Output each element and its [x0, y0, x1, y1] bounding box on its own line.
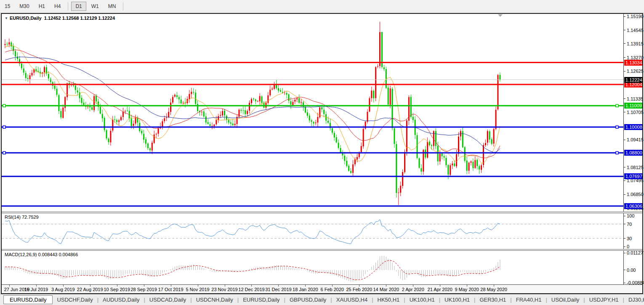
rsi-scale[interactable]: 10070300	[623, 213, 642, 249]
price-tick-label: 1.06850	[627, 192, 644, 197]
price-level-badge-1.07697: 1.07697	[624, 173, 642, 179]
hline-handle[interactable]	[3, 104, 5, 107]
price-scale[interactable]: 1.151901.145451.139151.132701.126251.113…	[623, 14, 642, 212]
date-label: 21 Apr 2020	[428, 287, 452, 292]
date-tick	[359, 285, 359, 286]
chart-tab-USDCNH-Daily-4[interactable]: USDCNH,Daily	[192, 296, 237, 304]
scale-tick	[624, 30, 625, 30]
date-tick	[9, 285, 10, 286]
scale-tick	[624, 238, 625, 239]
date-tick	[171, 285, 171, 286]
hline-handle[interactable]	[3, 126, 5, 128]
date-label: 2 Apr 2020	[402, 287, 424, 292]
period-button-W1[interactable]: W1	[87, 2, 103, 11]
chart-symbol-label: EURUSD,Daily	[10, 16, 42, 21]
hline-handle[interactable]	[616, 126, 618, 128]
scale-tick	[624, 253, 625, 253]
price-tick-label: 1.10705	[627, 110, 644, 115]
periods-toolbar: 15M30H1H4D1W1MN	[0, 0, 644, 13]
date-tick	[467, 285, 467, 286]
chart-title: ▼EURUSD,Daily 1.12452 1.12568 1.12129 1.…	[5, 16, 115, 21]
date-tick	[36, 285, 37, 286]
date-label: 9 May 2020	[455, 287, 479, 292]
period-button-D1[interactable]: D1	[71, 2, 86, 11]
rsi-pane[interactable]	[2, 213, 623, 249]
rsi-value: 72.7529	[22, 215, 39, 220]
scale-tick	[624, 71, 625, 72]
price-tick-label: 1.14545	[627, 28, 644, 33]
price-tick-label: 1.11335	[627, 97, 643, 101]
scale-tick	[624, 270, 625, 270]
scale-tick	[624, 224, 625, 224]
date-tick	[251, 285, 252, 286]
date-tick	[198, 285, 198, 286]
hline-handle[interactable]	[616, 104, 618, 107]
chart-tab-UK100-H1-10[interactable]: UK100,H1	[440, 296, 474, 304]
date-tick	[332, 285, 333, 286]
date-label: 5 Nov 2019	[186, 287, 209, 292]
chart-tab-USDJPY-H1-14[interactable]: USDJPY,H1	[585, 296, 623, 304]
chart-tab-HK50-H1-8[interactable]: HK50,H1	[373, 296, 404, 304]
chart-tab-USDCHF-Daily-1[interactable]: USDCHF,Daily	[53, 296, 97, 304]
date-label: 22 Aug 2019	[77, 287, 103, 292]
period-button-MN[interactable]: MN	[104, 2, 120, 11]
chart-tab-USOil-Daily-13[interactable]: USOil,Daily	[547, 296, 583, 304]
scale-tick	[624, 140, 625, 140]
macd-signal-line	[5, 260, 500, 280]
date-label: 14 Mar 2020	[373, 287, 399, 292]
period-button-H4[interactable]: H4	[50, 2, 65, 11]
date-axis[interactable]: 27 Jun 201916 Jul 20193 Aug 201922 Aug 2…	[2, 284, 642, 293]
scale-tick	[624, 98, 625, 99]
candles-layer	[5, 21, 501, 205]
chart-shift-marker-icon[interactable]	[498, 14, 503, 17]
price-level-badge-1.13034: 1.13034	[624, 60, 642, 66]
date-tick	[90, 285, 90, 286]
price-level-badge-1.10008: 1.10008	[624, 124, 642, 130]
period-button-15[interactable]: 15	[0, 2, 14, 11]
scale-tick	[624, 16, 625, 17]
chart-tab-XAUUSD-H4-7[interactable]: XAUUSD,H4	[332, 296, 372, 304]
chart-window[interactable]: ▼EURUSD,Daily 1.12452 1.12568 1.12129 1.…	[1, 13, 643, 294]
period-button-M30[interactable]: M30	[15, 2, 33, 11]
current-price-badge: 1.12224	[624, 77, 642, 83]
chart-tab-EURUSD-Daily-5[interactable]: EURUSD,Daily	[239, 296, 284, 304]
period-button-H1[interactable]: H1	[35, 2, 49, 11]
chart-dropdown-icon: ▼	[5, 16, 8, 20]
macd-indicator-label: MACD(12,26,9) 0.008443 0.004866	[5, 252, 78, 257]
chart-tab-FRA40-H1-12[interactable]: FRA40,H1	[512, 296, 546, 304]
macd-pane[interactable]	[2, 251, 623, 284]
price-level-badge-1.08800: 1.08800	[624, 150, 642, 156]
chart-tab-GER30-H1-11[interactable]: GER30,H1	[475, 296, 510, 304]
chart-tab-UK100-H1-9[interactable]: UK100,H1	[405, 296, 439, 304]
macd-scale[interactable]: 0.0112770.00-0.008845	[623, 251, 642, 284]
macd-tick-label: 0.011277	[627, 251, 644, 255]
chart-tab-DJ30-H1-15[interactable]: DJ30,H1	[624, 296, 644, 304]
scale-tick	[624, 216, 625, 216]
date-label: 28 May 2020	[480, 287, 507, 292]
chart-tab-USDCAD-Daily-3[interactable]: USDCAD,Daily	[145, 296, 190, 304]
price-tick-label: 1.15190	[627, 14, 644, 19]
date-tick	[440, 285, 440, 286]
scale-tick	[624, 247, 625, 247]
date-tick	[225, 285, 225, 286]
scale-tick	[624, 180, 625, 181]
macd-name: MACD(12,26,9)	[5, 252, 37, 257]
date-label: 18 Jan 2020	[293, 287, 318, 292]
date-label: 16 Jul 2019	[24, 287, 48, 292]
price-chart-pane[interactable]	[2, 14, 623, 212]
date-label: 23 Nov 2019	[211, 287, 237, 292]
chart-tab-EURUSD-Daily-0[interactable]: EURUSD,Daily	[3, 295, 53, 304]
hline-handle[interactable]	[616, 151, 618, 154]
date-label: 6 Feb 2020	[321, 287, 344, 292]
price-tick-label: 1.12625	[627, 69, 644, 74]
date-tick	[413, 285, 413, 286]
hline-handle[interactable]	[3, 151, 5, 154]
chart-tab-AUDUSD-Daily-2[interactable]: AUDUSD,Daily	[98, 296, 144, 304]
price-level-badge-1.11009: 1.11009	[624, 103, 642, 109]
price-tick-label: 1.13915	[627, 42, 644, 46]
chart-tab-GBPUSD-Daily-6[interactable]: GBPUSD,Daily	[285, 296, 330, 304]
pane-separator[interactable]	[2, 249, 642, 251]
date-tick	[117, 285, 117, 286]
moving-average-50	[5, 57, 500, 152]
pane-separator[interactable]	[2, 212, 642, 213]
